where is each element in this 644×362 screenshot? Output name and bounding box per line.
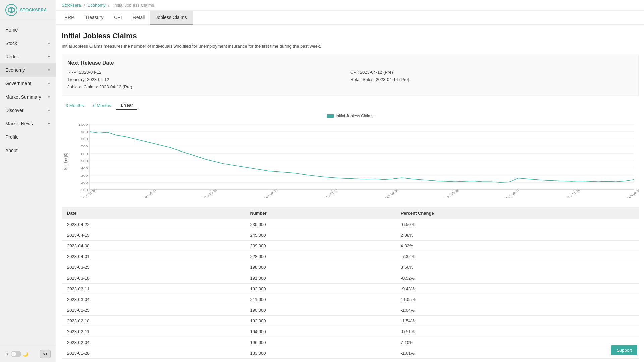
svg-text:400: 400: [81, 167, 88, 170]
table-row: 2023-01-28 183,000 -1.61%: [62, 348, 639, 358]
cell-pct: 3.66%: [395, 262, 639, 273]
svg-text:2022-11-26: 2022-11-26: [564, 188, 581, 198]
svg-text:100: 100: [81, 188, 88, 192]
svg-text:2021-11-27: 2021-11-27: [322, 188, 339, 198]
cell-date: 2023-04-22: [62, 219, 245, 230]
svg-text:1000: 1000: [78, 123, 88, 126]
table-row: 2023-02-18 192,000 -1.54%: [62, 315, 639, 326]
sidebar-item-government[interactable]: Government▼: [0, 77, 56, 90]
breadcrumb: Stocksera / Economy / Initial Jobless Cl…: [56, 0, 644, 11]
toggle-knob: [11, 352, 16, 356]
sidebar-item-market-news[interactable]: Market News▼: [0, 117, 56, 130]
breadcrumb-economy[interactable]: Economy: [88, 3, 106, 8]
tab-rrp[interactable]: RRP: [59, 11, 80, 25]
theme-toggle[interactable]: ☀ 🌙: [5, 351, 28, 357]
cell-pct: -7.32%: [395, 251, 639, 262]
svg-text:300: 300: [81, 174, 88, 177]
cell-pct: -0.52%: [395, 273, 639, 283]
sidebar-label: Stock: [5, 41, 17, 46]
breadcrumb-stocksera[interactable]: Stocksera: [62, 3, 81, 8]
sidebar-label: About: [5, 148, 18, 153]
logo[interactable]: STOCKSERA: [0, 0, 56, 20]
tab-jobless[interactable]: Jobless Claims: [150, 11, 192, 25]
cell-date: 2023-04-15: [62, 230, 245, 240]
svg-text:Number [K]: Number [K]: [63, 153, 68, 170]
cell-number: 194,000: [245, 326, 395, 337]
cell-number: 191,000: [245, 273, 395, 283]
sidebar-item-about[interactable]: About: [0, 144, 56, 157]
toggle-track[interactable]: [11, 351, 21, 357]
jobless-claims-chart: Number [K] 10020030040050060070080090010…: [62, 121, 639, 198]
release-item-right: CPI: 2023-04-12 (Pre): [350, 69, 633, 76]
col-date: Date: [62, 207, 245, 219]
cell-number: 183,000: [245, 348, 395, 358]
release-item-left: RRP: 2023-04-12: [67, 69, 350, 76]
cell-date: 2023-03-25: [62, 262, 245, 273]
range-btn-3-months[interactable]: 3 Months: [62, 101, 88, 110]
sidebar-bottom: ☀ 🌙 <>: [0, 346, 56, 362]
svg-text:200: 200: [81, 181, 88, 184]
table-row: 2023-04-08 239,000 4.82%: [62, 240, 639, 251]
logo-text: STOCKSERA: [20, 8, 47, 12]
svg-text:2022-02-26: 2022-02-26: [383, 188, 399, 198]
range-btn-1-year[interactable]: 1 Year: [116, 101, 137, 110]
cell-date: 2023-02-11: [62, 326, 245, 337]
next-release-box: Next Release Date RRP: 2023-04-12Treasur…: [62, 55, 639, 96]
sidebar-label: Market News: [5, 121, 33, 126]
tab-retail[interactable]: Retail: [127, 11, 150, 25]
svg-text:600: 600: [81, 152, 88, 155]
table-row: 2023-03-18 191,000 -0.52%: [62, 273, 639, 283]
cell-pct: 7.10%: [395, 337, 639, 348]
arrow-icon: ▼: [47, 109, 51, 112]
tab-cpi[interactable]: CPI: [109, 11, 127, 25]
svg-text:2022-08-27: 2022-08-27: [504, 188, 520, 198]
cell-number: 230,000: [245, 219, 395, 230]
cell-date: 2023-04-01: [62, 251, 245, 262]
logo-icon: [5, 4, 17, 16]
sidebar-item-economy[interactable]: Economy▼: [0, 63, 56, 77]
sidebar-item-discover[interactable]: Discover▼: [0, 104, 56, 117]
table-row: 2023-01-21 186,000 -3.12%: [62, 358, 639, 362]
content-area: Initial Jobless Claims Initial Jobless C…: [56, 25, 644, 362]
arrow-icon: ▼: [47, 42, 51, 45]
sidebar-label: Market Summary: [5, 94, 41, 100]
sidebar-item-market-summary[interactable]: Market Summary▼: [0, 90, 56, 104]
arrow-icon: ▼: [47, 82, 51, 85]
range-btn-6-months[interactable]: 6 Months: [89, 101, 115, 110]
cell-pct: -9.43%: [395, 283, 639, 294]
cell-number: 192,000: [245, 283, 395, 294]
main-content: Stocksera / Economy / Initial Jobless Cl…: [56, 0, 644, 362]
sidebar-item-reddit[interactable]: Reddit▼: [0, 50, 56, 63]
release-right: CPI: 2023-04-12 (Pre)Retail Sales: 2023-…: [350, 69, 633, 91]
cell-number: 245,000: [245, 230, 395, 240]
release-item-left: Jobless Claims: 2023-04-13 (Pre): [67, 83, 350, 91]
tabs: RRPTreasuryCPIRetailJobless Claims: [56, 11, 644, 25]
cell-date: 2023-03-18: [62, 273, 245, 283]
svg-text:700: 700: [81, 145, 88, 148]
breadcrumb-current: Initial Jobless Claims: [113, 3, 154, 8]
release-item-left: Treasury: 2023-04-12: [67, 76, 350, 83]
sidebar-item-profile[interactable]: Profile: [0, 130, 56, 144]
svg-text:2021-08-28: 2021-08-28: [262, 188, 278, 198]
code-button[interactable]: <>: [40, 350, 51, 358]
sidebar-item-home[interactable]: Home: [0, 23, 56, 37]
cell-number: 239,000: [245, 240, 395, 251]
sidebar-item-stock[interactable]: Stock▼: [0, 37, 56, 50]
table-row: 2023-02-04 196,000 7.10%: [62, 337, 639, 348]
svg-text:500: 500: [81, 159, 88, 163]
col-number: Number: [245, 207, 395, 219]
cell-date: 2023-03-11: [62, 283, 245, 294]
breadcrumb-sep2: /: [108, 3, 111, 8]
arrow-icon: ▼: [47, 55, 51, 59]
arrow-icon: ▼: [47, 95, 51, 99]
cell-date: 2023-01-21: [62, 358, 245, 362]
release-left: RRP: 2023-04-12Treasury: 2023-04-12Joble…: [67, 69, 350, 91]
sidebar-label: Home: [5, 27, 18, 33]
support-button[interactable]: Support: [611, 345, 637, 355]
tab-treasury[interactable]: Treasury: [80, 11, 109, 25]
cell-pct: -1.04%: [395, 305, 639, 315]
release-title: Next Release Date: [67, 60, 633, 66]
cell-pct: -3.12%: [395, 358, 639, 362]
release-item-right: Retail Sales: 2023-04-14 (Pre): [350, 76, 633, 83]
cell-date: 2023-04-08: [62, 240, 245, 251]
